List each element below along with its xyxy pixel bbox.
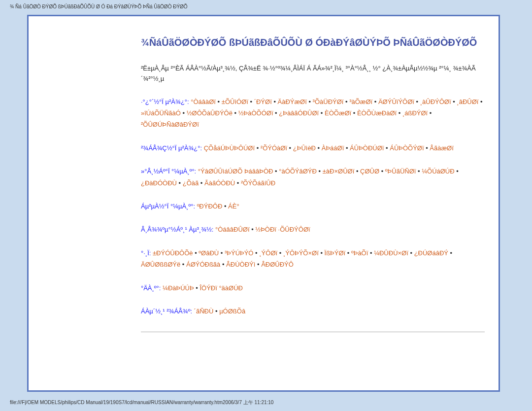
region-link[interactable]: ÎÖÝÐï °äàØÚÐ [200, 284, 243, 292]
region-link[interactable]: µÓØßÕâ [219, 308, 245, 315]
region-link[interactable]: ÁÛÞÒÐÚØï [350, 144, 384, 152]
separator: • [273, 109, 279, 117]
region-link[interactable]: ÇÕåáÚÞÙÞÔÚØï [204, 144, 255, 152]
region-link[interactable]: ÏßÞÝØï [325, 249, 346, 257]
region-link[interactable]: ÁØÝÓÐßãà [186, 261, 220, 268]
region-link[interactable]: ²ÕÝÕáãíÛÐ [241, 179, 275, 187]
region-link[interactable]: ±ÐÝÓÛÐÔÕè [153, 249, 193, 257]
region-label: »°Â¸½Áº°Ï °¼µÀ¸º°: [141, 168, 198, 175]
separator: • [408, 249, 414, 257]
region-label: ÁÀµ´½¸¹ ²¾ÁÂ¾º: [141, 308, 194, 315]
region-link[interactable]: ¼ÕÚáØÚÐ [422, 168, 454, 175]
region-link[interactable]: ÄàÐÝæØï [278, 98, 307, 105]
region-link[interactable]: ´ãÑÐÙ [194, 308, 214, 315]
separator: • [255, 144, 261, 152]
region-link[interactable]: ÁÛÞÒÕÝØï [390, 144, 424, 152]
separator: • [354, 168, 360, 175]
separator: • [255, 261, 261, 268]
separator: • [397, 109, 402, 117]
region-items: ºÐÝÐÔÐ • ÁÈ° [197, 203, 239, 210]
region-link[interactable]: ¿ÐÚØáâÐÝ [414, 249, 448, 257]
region-link[interactable]: ºÞÛãÜÑØï [385, 168, 416, 175]
region-link[interactable]: ÂÐÙÒÐÝì [226, 261, 255, 268]
separator: • [250, 226, 256, 233]
separator: • [372, 98, 378, 105]
separator: • [222, 203, 228, 210]
region-link[interactable]: ¼ÐàÞÚÚÞ [163, 284, 194, 292]
region-link[interactable]: ±àÐ×ØÛØï [323, 168, 355, 175]
separator: • [307, 98, 313, 105]
separator: • [216, 98, 222, 105]
region-items: ±ÐÝÓÛÐÔÕè • ºØâÐÙ • ³ÞÝÚÞÝÓ • ¸ÝÔØï • ¸Ý… [141, 249, 452, 268]
region-link[interactable]: »îÚáÕÜÑãàÓ [141, 109, 181, 117]
region-link[interactable]: ÀÞááØï [322, 144, 344, 152]
region-block-6: °ÄÀ¸º°: ¼ÐàÞÚÚÞ • ÎÖÝÐï °äàØÚÐ [141, 282, 485, 294]
region-link[interactable]: ÂÐØÛÐÝÔ [261, 261, 294, 268]
separator: • [272, 98, 278, 105]
region-link[interactable]: ¿Õàã [183, 179, 199, 187]
separator: • [277, 249, 283, 257]
region-link[interactable]: ÁÈ° [228, 203, 239, 210]
region-label: ·°¿°´½°Ï µ²À¾¿°: [141, 98, 191, 105]
region-block-5: °·¸Ï: ±ÐÝÓÛÐÔÕè • ºØâÐÙ • ³ÞÝÚÞÝÓ • ¸ÝÔØ… [141, 247, 485, 271]
separator: • [287, 144, 293, 152]
region-link[interactable]: °ÒáâàØï [191, 98, 216, 105]
region-label: °·¸Ï: [141, 249, 153, 257]
region-link[interactable]: ¸àÛÐÝÔØï [420, 98, 451, 105]
separator: • [273, 168, 279, 175]
region-link[interactable]: ºÞàÕï [351, 249, 368, 257]
divider [141, 332, 485, 332]
separator: • [319, 109, 325, 117]
separator: • [416, 168, 422, 175]
region-link[interactable]: ½ÞàÒÕÓØï [238, 109, 273, 117]
separator: • [451, 98, 457, 105]
region-link[interactable]: °àÓÕÝâØÝÐ [279, 168, 317, 175]
region-link[interactable]: ¸ÝÔÞÝÕ×Øï [283, 249, 319, 257]
separator: • [478, 98, 482, 105]
region-link[interactable]: ÇØÛØ [360, 168, 379, 175]
separator: • [219, 249, 225, 257]
region-link[interactable]: ºØâÐÙ [199, 249, 219, 257]
region-link[interactable]: °ÒáââÐÛØï [215, 226, 250, 233]
region-link[interactable]: ÂãàæØï [430, 144, 453, 152]
region-link[interactable]: ¿ÐàÐÓÒÐÙ [141, 179, 177, 187]
region-link[interactable]: ´ÐÝØï [254, 98, 272, 105]
region-link[interactable]: ½ØÔÕàÛÐÝÔë [187, 109, 233, 117]
page-title: ¾ÑáÛãÖØÒÐÝØÕ ßÞÚãßÐâÕÛÕÙ Ø ÓÐàÐÝâØÙÝÞÕ Þ… [141, 36, 485, 49]
region-link[interactable]: ±ÕÛìÓØï [222, 98, 248, 105]
page-frame: ¾ÑáÛãÖØÒÐÝØÕ ßÞÚãßÐâÕÛÕÙ Ø ÓÐàÐÝâØÙÝÞÕ Þ… [27, 15, 500, 392]
region-link[interactable]: ÄØÝÛïÝÔØï [378, 98, 414, 105]
separator: • [448, 249, 452, 257]
page-content: ¾ÑáÛãÖØÒÐÝØÕ ßÞÚãßÐâÕÛÕÙ Ø ÓÐàÐÝâØÙÝÞÕ Þ… [29, 16, 499, 390]
region-link[interactable]: °ÝâØÛÛìáÚØÕ ÞáââÞÒÐ [198, 168, 273, 175]
region-link[interactable]: ÄØÛØßßØÝë [141, 261, 180, 268]
region-link[interactable]: ²ÕÛØÚÞÑàØâÐÝØï [141, 121, 199, 128]
region-link[interactable]: ÈÒÕæØï [325, 109, 351, 117]
region-link[interactable]: ³ÕàÜÐÝØï [313, 98, 344, 105]
separator: • [428, 109, 432, 117]
region-block-0: ·°¿°´½°Ï µ²À¾¿°: °ÒáâàØï • ±ÕÛìÓØï • ´ÐÝ… [141, 96, 485, 131]
separator: • [199, 179, 204, 187]
separator: • [384, 144, 390, 152]
region-label: Â¸Å¾¾ºµ°½Áº¸¹ Àµ³¸¾½: [141, 226, 215, 233]
region-link[interactable]: ²ÕÝÓàØï [261, 144, 287, 152]
separator: • [213, 308, 219, 315]
region-link[interactable]: ÈÒÕÙæÐàØï [357, 109, 397, 117]
region-link[interactable]: ¸áßÐÝØï [402, 109, 428, 117]
region-link[interactable]: ÃàãÓÒÐÙ [204, 179, 235, 187]
region-block-4: Â¸Å¾¾ºµ°½Áº¸¹ Àµ³¸¾½: °ÒáââÐÛØï • ½ÞÒÐï … [141, 224, 485, 235]
region-link[interactable]: ¿ÞÛìèÐ [293, 144, 316, 152]
region-link[interactable]: ½ÞÒÐï ·ÕÛÐÝÔØï [255, 226, 310, 233]
region-link[interactable]: ³ÞÝÚÞÝÓ [225, 249, 254, 257]
region-link[interactable]: ºÐÝÐÔÐ [197, 203, 223, 210]
region-link[interactable]: ¼ÐÛÐÙ×Øï [374, 249, 408, 257]
separator: • [424, 144, 430, 152]
separator: • [345, 249, 351, 257]
region-link[interactable]: ¿ÞàâãÓÐÛØï [279, 109, 319, 117]
separator: • [253, 249, 259, 257]
region-link[interactable]: ³àÕæØï [349, 98, 372, 105]
region-items: ÇÕåáÚÞÙÞÔÚØï • ²ÕÝÓàØï • ¿ÞÛìèÐ • ÀÞááØï… [204, 144, 454, 152]
region-link[interactable]: ¸ÝÔØï [259, 249, 277, 257]
region-link[interactable]: ¸âÐÛØï [457, 98, 478, 105]
region-block-1: ²¾ÁÂ¾Ç½°Ï µ²À¾¿°: ÇÕåáÚÞÙÞÔÚØï • ²ÕÝÓàØï… [141, 142, 485, 154]
